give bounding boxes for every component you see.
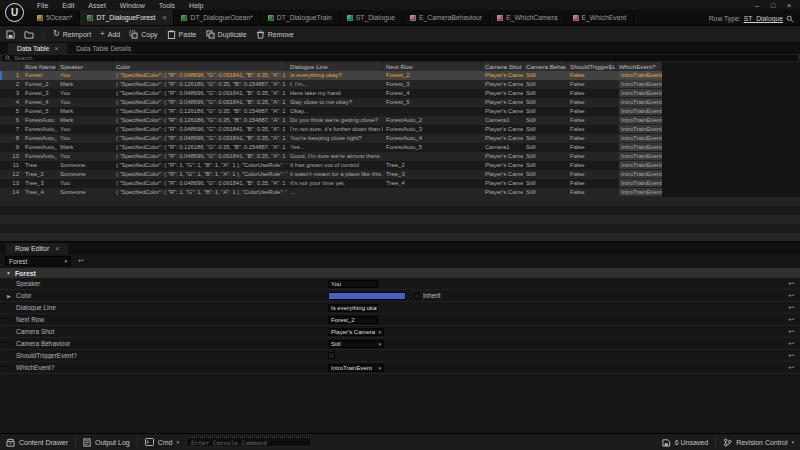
reset-to-default-icon[interactable]: ↩ <box>788 352 794 360</box>
revision-control-button[interactable]: Revision Control ▾ <box>723 438 794 447</box>
tab-data-table-details[interactable]: Data Table Details <box>67 43 140 54</box>
color-swatch[interactable] <box>328 292 406 300</box>
table-body: 1 Forest You ( "SpecifiedColor": ( "R": … <box>0 71 662 197</box>
cell-camera-behaviour: Still <box>523 71 567 80</box>
cell-color: ( "SpecifiedColor": ( "R": 1, "G": 1, "B… <box>113 161 287 170</box>
reset-icon[interactable]: ↩ <box>78 257 84 265</box>
unsaved-assets-button[interactable]: 6 Unsaved <box>662 438 708 447</box>
cell-speaker: Someone <box>57 170 113 179</box>
table-row[interactable]: 8 ForestAuto_3 You ( "SpecifiedColor": (… <box>0 134 662 143</box>
menu-item[interactable]: Help <box>182 2 210 9</box>
asset-tab[interactable]: ST_Dialogue <box>340 10 403 25</box>
cell-color: ( "SpecifiedColor": ( "R": 0.126186, "G"… <box>113 143 287 152</box>
browse-to-asset-icon[interactable] <box>24 30 34 39</box>
minimize-button[interactable]: – <box>750 1 764 10</box>
duplicate-button[interactable]: Duplicate <box>206 30 247 39</box>
property-dropdown[interactable]: IntroTrainEvent▾ <box>328 364 384 372</box>
unreal-logo-icon[interactable]: U <box>5 3 24 22</box>
property-checkbox[interactable] <box>328 352 335 359</box>
reset-to-default-icon[interactable]: ↩ <box>788 340 794 348</box>
search-icon[interactable] <box>786 15 794 23</box>
output-log-button[interactable]: Output Log <box>83 438 130 447</box>
row-number: 1 <box>0 71 22 80</box>
menu-item[interactable]: Edit <box>55 2 81 9</box>
cmd-dropdown[interactable]: Cmd ▾ <box>145 438 179 446</box>
reset-to-default-icon[interactable]: ↩ <box>788 364 794 372</box>
table-row[interactable]: 7 ForestAuto_2 You ( "SpecifiedColor": (… <box>0 125 662 134</box>
reimport-icon: ↻ <box>53 30 60 38</box>
table-row[interactable]: 4 Forest_4 You ( "SpecifiedColor": ( "R"… <box>0 98 662 107</box>
asset-tab[interactable]: DT_DialogueOcean* <box>174 10 260 25</box>
menu-item[interactable]: File <box>30 2 55 9</box>
reset-to-default-icon[interactable]: ↩ <box>788 280 794 288</box>
console-command-input[interactable]: Enter Console Command <box>186 437 312 447</box>
cell-camera-behaviour: Still <box>523 107 567 116</box>
table-row[interactable]: 12 Tree_2 Someone ( "SpecifiedColor": ( … <box>0 170 662 179</box>
table-row[interactable]: 9 ForestAuto_4 Mark ( "SpecifiedColor": … <box>0 143 662 152</box>
property-row: ▶ Color #4a5ec8 #4a5ec8▾ Inherit ↩ <box>0 290 800 302</box>
asset-tab[interactable]: E_CameraBehaviour <box>403 10 490 25</box>
tab-close-icon[interactable]: × <box>55 245 59 252</box>
menu-item[interactable]: Asset <box>81 2 113 9</box>
reset-to-default-icon[interactable]: ↩ <box>788 304 794 312</box>
reset-to-default-icon[interactable]: ↩ <box>788 328 794 336</box>
cell-dialogue-line: It has grown out of control <box>287 161 383 170</box>
add-row-button[interactable]: + Add <box>100 30 120 38</box>
property-text-input[interactable]: Is everything okay? <box>328 304 378 312</box>
reset-to-default-icon[interactable]: ↩ <box>788 316 794 324</box>
copy-button[interactable]: Copy <box>129 30 157 39</box>
menu-item[interactable]: Tools <box>152 2 182 9</box>
tab-row-editor[interactable]: Row Editor × <box>6 243 68 254</box>
expander-icon[interactable]: ▶ <box>7 293 11 299</box>
cell-next-row: ForestAuto_3 <box>383 125 482 134</box>
table-row[interactable]: 2 Forest_2 Mark ( "SpecifiedColor": ( "R… <box>0 80 662 89</box>
maximize-button[interactable]: □ <box>766 1 780 10</box>
close-button[interactable]: × <box>782 1 796 10</box>
cell-next-row: Forest_3 <box>383 80 482 89</box>
tab-close-icon[interactable]: × <box>162 14 166 21</box>
table-row[interactable]: 13 Tree_3 You ( "SpecifiedColor": ( "R":… <box>0 179 662 188</box>
menu-item[interactable]: Window <box>113 2 152 9</box>
property-dropdown[interactable]: Still▾ <box>328 340 384 348</box>
save-asset-icon[interactable] <box>6 30 15 39</box>
property-label: Next Row <box>16 316 328 323</box>
cell-camera-behaviour: Still <box>523 143 567 152</box>
table-row[interactable]: 5 Forest_5 Mark ( "SpecifiedColor": ( "R… <box>0 107 662 116</box>
property-dropdown[interactable]: Player's Camera▾ <box>328 328 384 336</box>
row-category-header[interactable]: ▼ Forest <box>0 268 800 278</box>
tab-data-table[interactable]: Data Table × <box>8 43 67 54</box>
property-text-input[interactable]: You <box>328 280 378 288</box>
asset-tab[interactable]: E_WhichCamera <box>490 10 565 25</box>
table-row[interactable]: 3 Forest_3 You ( "SpecifiedColor": ( "R"… <box>0 89 662 98</box>
asset-tab[interactable]: 5Ocean* <box>30 10 80 25</box>
paste-button[interactable]: Paste <box>167 30 197 39</box>
asset-tab-label: E_CameraBehaviour <box>419 14 482 21</box>
property-text-input[interactable]: Forest_2 <box>328 316 378 324</box>
table-row[interactable]: 14 Tree_4 Someone ( "SpecifiedColor": ( … <box>0 188 662 197</box>
reimport-button[interactable]: ↻ Reimport <box>53 30 91 38</box>
tab-close-icon[interactable]: × <box>54 45 58 52</box>
content-drawer-button[interactable]: Content Drawer <box>6 438 68 447</box>
asset-tab[interactable]: DT_DialogueForest × <box>80 10 174 25</box>
cell-should-trigger-event: False <box>567 143 616 152</box>
row-select-dropdown[interactable]: Forest ▾ <box>5 256 71 266</box>
cell-dialogue-line: it wasn't meant for a place like this... <box>287 170 383 179</box>
cell-color: ( "SpecifiedColor": ( "R": 1, "G": 1, "B… <box>113 170 287 179</box>
property-row: WhichEvent? IntroTrainEvent IntroTrainEv… <box>0 362 800 374</box>
search-input[interactable]: Search <box>2 55 798 61</box>
asset-tab-label: 5Ocean* <box>46 14 72 21</box>
asset-toolbar: ↻ Reimport + Add Copy Paste Duplicate Re… <box>0 26 800 43</box>
remove-button[interactable]: Remove <box>256 30 294 39</box>
reset-to-default-icon[interactable]: ↩ <box>788 292 794 300</box>
property-label: Dialogue Line <box>16 304 328 311</box>
table-row[interactable]: 6 ForestAuto Mark ( "SpecifiedColor": ( … <box>0 116 662 125</box>
property-row: Speaker You You▾ ↩ <box>0 278 800 290</box>
table-row[interactable]: 10 ForestAuto_5 You ( "SpecifiedColor": … <box>0 152 662 161</box>
asset-tab-label: DT_DialogueOcean* <box>190 14 252 21</box>
table-row[interactable]: 11 Tree Someone ( "SpecifiedColor": ( "R… <box>0 161 662 170</box>
table-row[interactable]: 1 Forest You ( "SpecifiedColor": ( "R": … <box>0 71 662 80</box>
inherit-checkbox[interactable] <box>414 293 420 299</box>
row-type-value[interactable]: ST_Dialogue <box>744 15 783 22</box>
asset-tab[interactable]: DT_DialogueTrain <box>261 10 340 25</box>
asset-tab[interactable]: E_WhichEvent <box>566 10 635 25</box>
